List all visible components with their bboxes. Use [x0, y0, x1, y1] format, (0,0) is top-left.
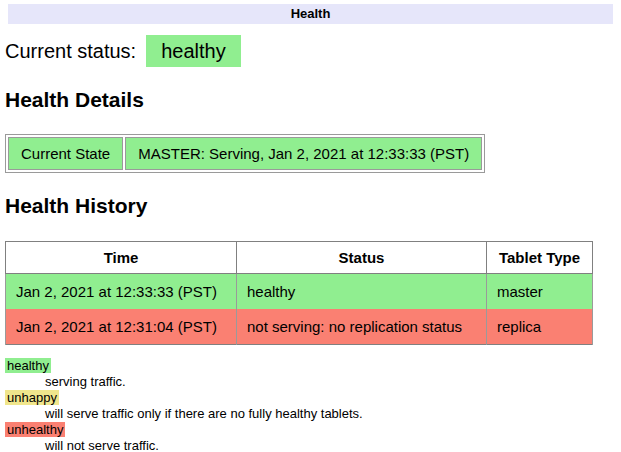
history-status-cell: not serving: no replication status	[237, 309, 487, 345]
status-legend: healthy serving traffic. unhappy will se…	[5, 358, 616, 452]
legend-term: unhappy	[5, 390, 616, 406]
current-status-label: Current status:	[5, 40, 136, 62]
legend-description: will serve traffic only if there are no …	[45, 406, 616, 422]
current-status-line: Current status:healthy	[5, 35, 616, 67]
legend-description: will not serve traffic.	[45, 438, 616, 452]
legend-description: serving traffic.	[45, 374, 616, 390]
column-header-status: Status	[237, 242, 487, 274]
legend-term-chip-healthy: healthy	[5, 358, 51, 373]
legend-term-chip-unhappy: unhappy	[5, 390, 59, 405]
health-history-heading: Health History	[5, 194, 616, 218]
health-details-table: Current State MASTER: Serving, Jan 2, 20…	[5, 134, 485, 173]
table-row: Jan 2, 2021 at 12:31:04 (PST) not servin…	[6, 309, 593, 345]
history-time-cell: Jan 2, 2021 at 12:33:33 (PST)	[6, 274, 237, 310]
health-details-heading: Health Details	[5, 88, 616, 112]
history-tablet-type-cell: replica	[487, 309, 593, 345]
legend-term: healthy	[5, 358, 616, 374]
legend-term: unhealthy	[5, 422, 616, 438]
column-header-time: Time	[6, 242, 237, 274]
table-header-row: Time Status Tablet Type	[6, 242, 593, 274]
detail-key-cell: Current State	[8, 137, 123, 170]
history-time-cell: Jan 2, 2021 at 12:31:04 (PST)	[6, 309, 237, 345]
detail-value-cell: MASTER: Serving, Jan 2, 2021 at 12:33:33…	[125, 137, 482, 170]
history-tablet-type-cell: master	[487, 274, 593, 310]
table-row: Current State MASTER: Serving, Jan 2, 20…	[8, 137, 482, 170]
page-title: Health	[8, 4, 613, 24]
table-row: Jan 2, 2021 at 12:33:33 (PST) healthy ma…	[6, 274, 593, 310]
history-status-cell: healthy	[237, 274, 487, 310]
legend-term-chip-unhealthy: unhealthy	[5, 422, 65, 437]
column-header-tablet-type: Tablet Type	[487, 242, 593, 274]
current-status-badge: healthy	[146, 35, 241, 67]
health-history-table: Time Status Tablet Type Jan 2, 2021 at 1…	[5, 241, 593, 345]
